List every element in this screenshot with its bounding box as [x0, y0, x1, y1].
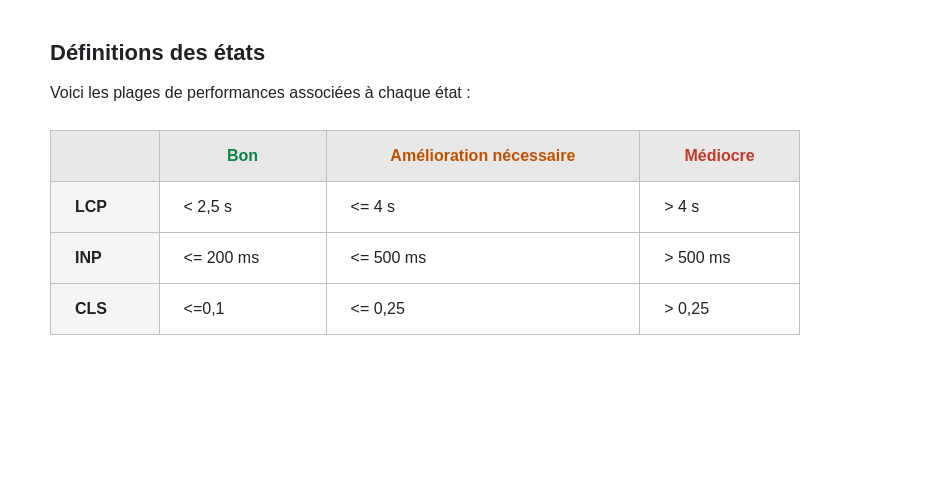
inp-mediocre: > 500 ms [640, 233, 800, 284]
lcp-amelioration: <= 4 s [326, 182, 640, 233]
table-row-inp: INP <= 200 ms <= 500 ms > 500 ms [51, 233, 800, 284]
metric-label-inp: INP [51, 233, 160, 284]
inp-bon: <= 200 ms [159, 233, 326, 284]
cls-bon: <=0,1 [159, 284, 326, 335]
cls-mediocre: > 0,25 [640, 284, 800, 335]
intro-text: Voici les plages de performances associé… [50, 84, 886, 102]
performance-table: Bon Amélioration nécessaire Médiocre LCP… [50, 130, 800, 335]
header-empty [51, 131, 160, 182]
table-row-cls: CLS <=0,1 <= 0,25 > 0,25 [51, 284, 800, 335]
table-header-row: Bon Amélioration nécessaire Médiocre [51, 131, 800, 182]
inp-amelioration: <= 500 ms [326, 233, 640, 284]
header-amelioration: Amélioration nécessaire [326, 131, 640, 182]
metric-label-lcp: LCP [51, 182, 160, 233]
header-mediocre: Médiocre [640, 131, 800, 182]
metric-label-cls: CLS [51, 284, 160, 335]
header-bon: Bon [159, 131, 326, 182]
table-row-lcp: LCP < 2,5 s <= 4 s > 4 s [51, 182, 800, 233]
page-title: Définitions des états [50, 40, 886, 66]
lcp-bon: < 2,5 s [159, 182, 326, 233]
cls-amelioration: <= 0,25 [326, 284, 640, 335]
lcp-mediocre: > 4 s [640, 182, 800, 233]
